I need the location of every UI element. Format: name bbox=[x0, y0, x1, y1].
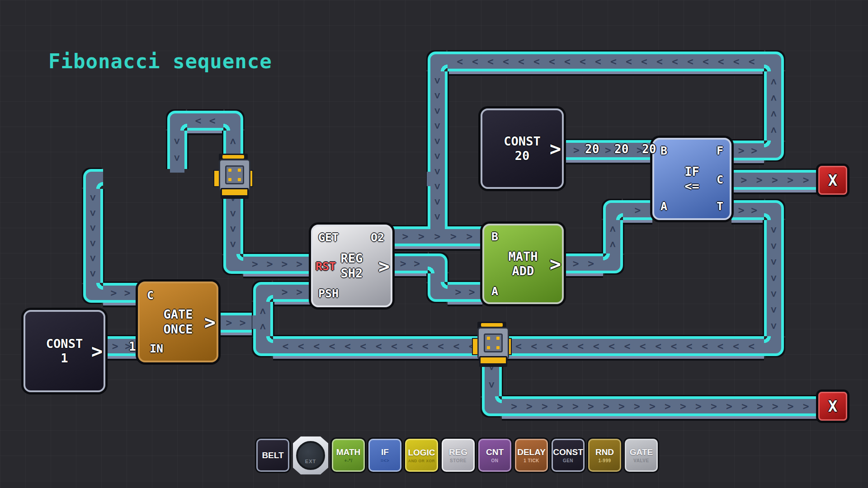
belt-segment[interactable]: >>>> bbox=[243, 254, 311, 274]
port-b: B bbox=[491, 230, 498, 243]
toolbar-button-reg[interactable]: REG STORE bbox=[442, 439, 475, 472]
toolbar-button-logic[interactable]: LOGIC AND OR XOR bbox=[405, 439, 438, 472]
page-title: Fibonacci sequence bbox=[48, 50, 272, 73]
belt-corner[interactable] bbox=[428, 52, 448, 71]
port-f: F bbox=[717, 144, 723, 157]
output-arrow: > bbox=[204, 311, 216, 333]
belt-segment[interactable]: >> bbox=[103, 283, 138, 303]
belt-corner[interactable] bbox=[764, 141, 784, 160]
belt-segment[interactable]: >> bbox=[448, 282, 482, 302]
output-block-bottom[interactable]: X bbox=[818, 392, 847, 421]
output-arrow: > bbox=[91, 340, 103, 362]
belt-segment[interactable]: >> bbox=[273, 282, 311, 302]
belt-segment[interactable]: >>>>> bbox=[731, 170, 818, 190]
toolbar-button-sublabel: VALVE bbox=[633, 458, 649, 463]
belt-segment[interactable]: <<<<<<<<<<<<<<<<<<<< bbox=[448, 52, 764, 71]
belt-corner[interactable] bbox=[764, 52, 784, 71]
block-label: CONST1 bbox=[46, 337, 83, 366]
toolbar-button-label: REG bbox=[449, 447, 467, 457]
port-t: T bbox=[717, 200, 723, 213]
belt-corner[interactable] bbox=[764, 200, 784, 220]
belt-segment[interactable]: >>>>>>>>>>>>>>>>>>>> bbox=[502, 396, 818, 416]
toolbar-button-delay[interactable]: DELAY 1 TICK bbox=[515, 439, 548, 472]
belt-corner[interactable] bbox=[428, 253, 448, 273]
block-label: GATEONCE bbox=[163, 307, 193, 337]
crossing-base bbox=[479, 363, 507, 367]
output-arrow: > bbox=[378, 255, 390, 277]
toolbar-button-gate[interactable]: GATE VALVE bbox=[625, 439, 658, 472]
belt-corner[interactable] bbox=[223, 254, 243, 274]
belt-crossing[interactable] bbox=[472, 322, 512, 369]
port-a: A bbox=[660, 200, 667, 213]
belt-segment[interactable]: > bbox=[623, 200, 652, 220]
belt-segment[interactable]: <<<<<<<<<<<<<<<<<<<<<<<<<<<<<<< bbox=[273, 336, 764, 356]
belt-value-label: 20 bbox=[585, 142, 599, 156]
toolbar-button-sublabel: +-*/ bbox=[344, 458, 353, 463]
block-gate-once[interactable]: C GATEONCE IN > bbox=[138, 282, 218, 362]
belt-corner[interactable] bbox=[253, 282, 273, 302]
belt-corner[interactable] bbox=[167, 111, 187, 131]
belt-value-label: 1 bbox=[129, 340, 136, 353]
port-c: C bbox=[717, 173, 723, 186]
belt-segment[interactable]: >> bbox=[218, 313, 253, 333]
belt-segment[interactable]: >>>>>> bbox=[83, 189, 103, 283]
block-math-add[interactable]: B MATHADD A > bbox=[482, 224, 564, 304]
toolbar-button-sublabel: AND OR XOR bbox=[408, 459, 435, 463]
toolbar-button-cnt[interactable]: CNT ON bbox=[478, 439, 511, 472]
belt-segment[interactable]: << bbox=[187, 111, 223, 131]
belt-segment[interactable]: >> bbox=[731, 141, 764, 160]
toolbar-button-sublabel: 1-999 bbox=[598, 458, 611, 463]
game-canvas: <<<<<<<<<<<<<<<<<<<<>>>>>>>>>>>>>>>>>>>>… bbox=[0, 0, 868, 488]
belt-segment[interactable]: >> bbox=[167, 131, 187, 169]
belt-corner[interactable] bbox=[428, 282, 448, 302]
toolbar-button-label: DELAY bbox=[517, 447, 546, 457]
toolbar-button-rnd[interactable]: RND 1-999 bbox=[588, 439, 621, 472]
belt-corner[interactable] bbox=[253, 336, 273, 356]
belt-segment[interactable]: << bbox=[603, 220, 623, 253]
block-label: CONST20 bbox=[504, 134, 540, 164]
toolbar-button-math[interactable]: MATH +-*/ bbox=[332, 439, 365, 472]
belt-segment[interactable]: >>>>>>> bbox=[764, 220, 784, 336]
block-if[interactable]: B F IF<= C A T bbox=[652, 138, 731, 220]
crossing-base bbox=[221, 195, 249, 199]
belt-corner[interactable] bbox=[603, 200, 623, 220]
port-o2: O2 bbox=[371, 231, 384, 244]
belt-junction-patch bbox=[430, 226, 445, 230]
toolbar-button-label: CONST bbox=[553, 447, 583, 457]
output-block-top[interactable]: X bbox=[818, 166, 847, 195]
block-const-1[interactable]: CONST1 > bbox=[24, 310, 105, 392]
block-reg-sh2[interactable]: GET O2 RST REGSH2 PSH > bbox=[311, 225, 392, 307]
belt-corner[interactable] bbox=[603, 253, 623, 273]
port-c: C bbox=[147, 289, 154, 302]
belt-segment[interactable]: >> bbox=[564, 253, 603, 273]
toolbar-button-const[interactable]: CONST GEN bbox=[552, 439, 585, 472]
toolbar-button-if[interactable]: IF =<> bbox=[368, 439, 401, 472]
belt-corner[interactable] bbox=[482, 396, 502, 416]
belt-segment[interactable]: <<<< bbox=[764, 71, 784, 141]
block-const-20[interactable]: CONST20 > bbox=[481, 108, 564, 189]
belt-crossing[interactable] bbox=[213, 154, 253, 201]
toolbar-button-sublabel: STORE bbox=[450, 458, 467, 463]
port-b: B bbox=[660, 144, 667, 157]
toolbar-button-belt[interactable]: BELT bbox=[256, 439, 289, 472]
belt-segment[interactable]: >> bbox=[392, 253, 428, 273]
belt-corner[interactable] bbox=[764, 336, 784, 356]
belt-segment[interactable] bbox=[428, 273, 448, 282]
block-label: REGSH2 bbox=[341, 251, 363, 281]
block-label: X bbox=[828, 171, 837, 190]
belt-junction-patch bbox=[170, 169, 184, 173]
toolbar-button-sublabel: ON bbox=[491, 458, 499, 463]
toolbar-button-sublabel: GEN bbox=[563, 458, 573, 463]
belt-segment[interactable]: >>>>>>>>>> bbox=[428, 71, 448, 226]
output-arrow: > bbox=[550, 253, 561, 275]
toolbar: BELT EXT MATH +-*/ IF =<> LOGIC AND OR X… bbox=[256, 439, 658, 474]
crossing-body bbox=[219, 159, 250, 192]
belt-corner[interactable] bbox=[223, 111, 243, 131]
belt-segment[interactable]: >> bbox=[731, 200, 764, 220]
toolbar-button-label: EXT bbox=[305, 459, 316, 464]
port-get: GET bbox=[318, 231, 339, 244]
toolbar-button-ext[interactable]: EXT bbox=[293, 436, 328, 474]
belt-corner[interactable] bbox=[83, 169, 103, 189]
belt-segment[interactable]: >>>>> bbox=[564, 140, 652, 160]
belt-corner[interactable] bbox=[83, 283, 103, 303]
